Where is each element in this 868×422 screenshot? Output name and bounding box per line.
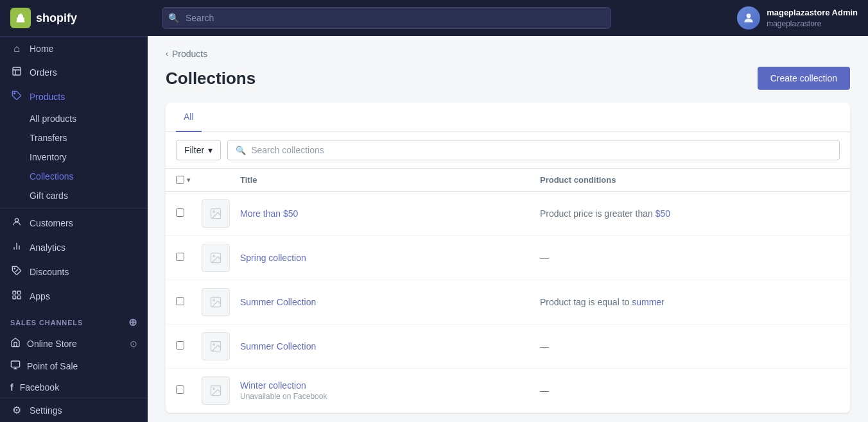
sidebar-bottom: ⚙ Settings (0, 398, 148, 422)
svg-point-0 (747, 13, 751, 18)
product-condition-3: Product tag is equal to summer (540, 297, 840, 307)
collection-subtitle-5: Unavailable on Facebook (240, 392, 540, 401)
row-checkbox-4[interactable] (176, 341, 202, 351)
svg-rect-6 (13, 291, 16, 294)
online-store-icon (10, 337, 21, 350)
orders-icon (10, 66, 23, 79)
search-icon: 🔍 (168, 13, 179, 23)
sidebar-item-point-of-sale[interactable]: Point of Sale (0, 355, 148, 377)
filter-button[interactable]: Filter ▾ (176, 140, 221, 160)
filter-row: Filter ▾ 🔍 (166, 132, 850, 169)
svg-point-16 (213, 300, 215, 301)
create-collection-button[interactable]: Create collection (758, 67, 850, 90)
main-content: ‹ Products Collections Create collection… (148, 36, 868, 422)
svg-point-4 (14, 268, 15, 269)
sales-channels-header: SALES CHANNELS ⊕ (0, 308, 148, 332)
svg-rect-7 (17, 291, 21, 294)
collection-title-4[interactable]: Summer Collection (240, 341, 540, 351)
sidebar-sub-collections[interactable]: Collections (0, 167, 148, 186)
products-icon (10, 90, 23, 103)
table-header: ▾ Title Product conditions (166, 169, 850, 192)
table-row: Summer Collection Product tag is equal t… (166, 280, 850, 325)
sidebar-label-products: Products (30, 92, 65, 102)
sidebar-sub-gift-cards[interactable]: Gift cards (0, 186, 148, 205)
online-store-settings-icon[interactable]: ⊙ (130, 339, 137, 349)
collection-title-1[interactable]: More than $50 (240, 208, 540, 219)
svg-rect-8 (13, 296, 16, 299)
svg-point-14 (213, 255, 215, 257)
select-all-checkbox[interactable] (176, 176, 184, 184)
sidebar-label-apps: Apps (30, 291, 50, 301)
sidebar-item-label: Home (30, 44, 53, 54)
avatar (737, 6, 760, 30)
filter-label: Filter (184, 145, 204, 155)
collections-card: All Filter ▾ 🔍 (166, 103, 850, 413)
breadcrumb[interactable]: ‹ Products (166, 49, 850, 59)
sidebar-item-settings[interactable]: ⚙ Settings (0, 398, 148, 422)
discounts-icon (10, 266, 23, 278)
svg-point-3 (15, 219, 18, 222)
sidebar-item-orders[interactable]: Orders (0, 60, 148, 85)
product-thumb-4 (202, 332, 230, 360)
collection-title-2[interactable]: Spring collection (240, 253, 540, 263)
search-collections-icon: 🔍 (236, 146, 246, 155)
facebook-icon: f (10, 382, 13, 392)
product-condition-2: — (540, 253, 840, 263)
sidebar-item-customers[interactable]: Customers (0, 211, 148, 235)
table-row: Summer Collection — (166, 325, 850, 369)
sidebar-item-online-store[interactable]: Online Store ⊙ (0, 332, 148, 355)
search-collections-input[interactable] (251, 145, 831, 155)
sidebar-sub-all-products[interactable]: All products (0, 109, 148, 128)
sidebar-label-analytics: Analytics (30, 242, 65, 253)
sidebar-item-home[interactable]: ⌂ Home (0, 37, 148, 60)
header-checkbox-col: ▾ (176, 176, 202, 184)
page-header: Collections Create collection (166, 67, 850, 90)
logo-area[interactable]: shopify (10, 8, 152, 28)
svg-line-5 (15, 269, 18, 272)
sidebar-label-customers: Customers (30, 218, 73, 228)
sidebar-sub-transfers[interactable]: Transfers (0, 128, 148, 148)
collection-title-3[interactable]: Summer Collection (240, 297, 540, 307)
filter-chevron-icon: ▾ (208, 145, 213, 155)
search-input[interactable] (162, 7, 611, 29)
row-checkbox-3[interactable] (176, 297, 202, 307)
svg-point-2 (14, 93, 15, 94)
row-checkbox-1[interactable] (176, 208, 202, 219)
page-title: Collections (166, 69, 256, 89)
svg-point-12 (213, 211, 215, 213)
product-condition-5: — (540, 385, 840, 396)
collection-cell-5: Winter collection Unavailable on Faceboo… (240, 380, 540, 401)
sidebar-sub-inventory[interactable]: Inventory (0, 148, 148, 167)
online-store-label: Online Store (27, 339, 77, 349)
svg-rect-1 (13, 67, 21, 75)
sidebar-item-discounts[interactable]: Discounts (0, 260, 148, 284)
row-checkbox-2[interactable] (176, 253, 202, 263)
user-store: mageplazastore (767, 19, 858, 30)
sidebar: ⌂ Home Orders Products All products (0, 36, 148, 422)
table-row: Spring collection — (166, 236, 850, 280)
sidebar-item-apps[interactable]: Apps (0, 284, 148, 308)
user-area[interactable]: mageplazastore Admin mageplazastore (737, 6, 858, 30)
user-info: mageplazastore Admin mageplazastore (767, 7, 858, 30)
collection-title-5[interactable]: Winter collection (240, 380, 540, 391)
sidebar-item-analytics[interactable]: Analytics (0, 235, 148, 260)
settings-icon: ⚙ (10, 404, 23, 416)
breadcrumb-text: Products (172, 49, 207, 59)
header-dropdown-icon[interactable]: ▾ (187, 176, 190, 183)
tab-all[interactable]: All (176, 103, 202, 132)
sidebar-item-products[interactable]: Products (0, 85, 148, 109)
sidebar-item-facebook[interactable]: f Facebook (0, 377, 148, 398)
row-checkbox-5[interactable] (176, 385, 202, 396)
product-thumb-1 (202, 199, 230, 228)
add-channel-icon[interactable]: ⊕ (128, 316, 137, 328)
shopify-logo-icon (10, 8, 31, 28)
search-bar[interactable]: 🔍 (162, 7, 611, 29)
product-thumb-5 (202, 376, 230, 405)
tabs-bar: All (166, 103, 850, 132)
home-icon: ⌂ (10, 43, 23, 55)
breadcrumb-chevron: ‹ (166, 49, 168, 58)
svg-rect-10 (11, 361, 19, 367)
search-collections-bar[interactable]: 🔍 (227, 140, 840, 160)
table-row: More than $50 Product price is greater t… (166, 192, 850, 236)
facebook-label: Facebook (20, 382, 59, 392)
